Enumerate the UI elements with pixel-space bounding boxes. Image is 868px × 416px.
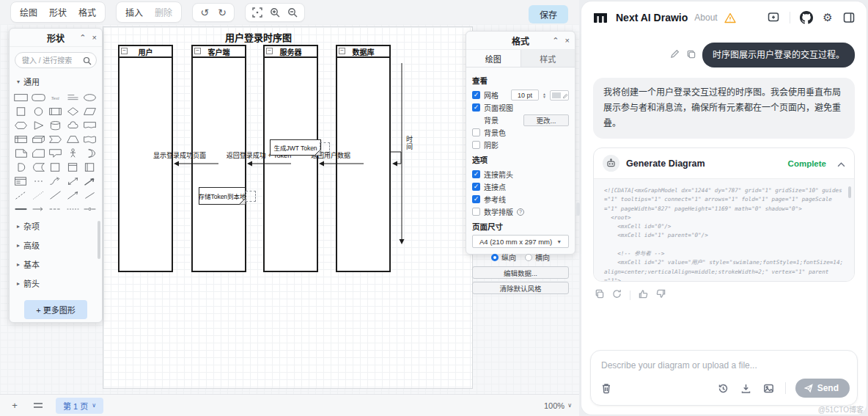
shapes-scrollbar[interactable] bbox=[98, 221, 100, 259]
shape-internal-storage[interactable] bbox=[12, 134, 29, 145]
zoom-in-icon[interactable] bbox=[267, 6, 283, 19]
history-icon[interactable] bbox=[717, 382, 730, 395]
shape-connector[interactable] bbox=[81, 203, 98, 215]
shape-heading[interactable] bbox=[65, 92, 81, 103]
clear-chat-trash-icon[interactable] bbox=[600, 382, 613, 395]
shape-parallelogram[interactable] bbox=[81, 106, 98, 117]
shape-bidirectional-arrow[interactable] bbox=[65, 175, 81, 187]
more-shapes-button[interactable]: + 更多图形 bbox=[24, 300, 87, 319]
tool-code-block[interactable]: <![CDATA[<mxGraphModel dx="1244" dy="787… bbox=[594, 178, 854, 281]
connection-points-checkbox[interactable]: ✓ bbox=[472, 183, 480, 191]
shape-note[interactable] bbox=[12, 147, 29, 159]
shape-trapezoid[interactable] bbox=[65, 134, 81, 145]
shape-arrow[interactable] bbox=[81, 175, 98, 187]
portrait-radio[interactable] bbox=[491, 254, 499, 261]
clear-default-style-button[interactable]: 清除默认风格 bbox=[472, 282, 569, 294]
tab-diagram[interactable]: 绘图 bbox=[466, 50, 521, 67]
shape-ellipse[interactable] bbox=[81, 92, 98, 103]
edit-message-icon[interactable] bbox=[670, 48, 680, 62]
shape-cylinder[interactable] bbox=[47, 120, 64, 131]
paper-size-select[interactable]: A4 (210 mm x 297 mm) ▼ bbox=[472, 235, 569, 248]
shape-hexagon[interactable] bbox=[12, 120, 29, 131]
pages-list-icon[interactable] bbox=[29, 398, 47, 413]
delete-button[interactable]: 删除 bbox=[150, 4, 177, 20]
menu-diagram[interactable]: 绘图 bbox=[15, 4, 43, 20]
shape-rounded-rectangle[interactable] bbox=[30, 92, 47, 103]
shape-circle[interactable] bbox=[30, 106, 47, 117]
chat-input[interactable] bbox=[591, 351, 857, 373]
copy-response-icon[interactable] bbox=[595, 288, 604, 302]
category-arrows[interactable]: ▸箭头 bbox=[10, 274, 102, 293]
category-misc[interactable]: ▸杂项 bbox=[10, 216, 102, 236]
shape-callout[interactable] bbox=[47, 147, 64, 159]
shape-list[interactable] bbox=[12, 175, 29, 187]
shape-or[interactable] bbox=[81, 147, 98, 159]
guides-checkbox[interactable]: ✓ bbox=[472, 195, 480, 203]
github-icon[interactable] bbox=[799, 10, 814, 25]
category-general[interactable]: ▾通用 bbox=[10, 72, 102, 91]
shape-text[interactable]: Text bbox=[47, 92, 64, 103]
code-scrollbar[interactable] bbox=[848, 186, 851, 198]
grid-size-stepper[interactable]: ▲▼ bbox=[542, 92, 546, 98]
collapse-sidebar-icon[interactable] bbox=[842, 10, 856, 25]
shape-step[interactable] bbox=[47, 134, 64, 145]
save-button[interactable]: 保存 bbox=[529, 5, 568, 23]
shape-cube[interactable] bbox=[30, 134, 47, 145]
shape-square[interactable] bbox=[12, 106, 29, 117]
grid-checkbox[interactable]: ✓ bbox=[472, 91, 480, 99]
tab-style[interactable]: 样式 bbox=[521, 50, 575, 67]
change-background-button[interactable]: 更改... bbox=[523, 114, 569, 126]
fit-page-icon[interactable] bbox=[249, 6, 265, 19]
tool-card-header[interactable]: Generate Diagram Complete bbox=[594, 148, 854, 178]
warning-icon[interactable] bbox=[724, 12, 736, 23]
grid-color-button[interactable] bbox=[550, 90, 569, 101]
close-panel-icon[interactable]: × bbox=[92, 34, 97, 42]
zoom-out-icon[interactable] bbox=[284, 6, 301, 19]
shape-card[interactable] bbox=[30, 147, 47, 159]
drawing-page[interactable]: 用户登录时序图 − 用户 − 客户端 − bbox=[103, 26, 473, 389]
edit-data-button[interactable]: 编辑数据... bbox=[472, 266, 569, 279]
collapse-panel-icon[interactable]: ⌃ bbox=[552, 37, 559, 45]
collapse-panel-icon[interactable]: ⌃ bbox=[79, 34, 86, 42]
shape-tape[interactable] bbox=[81, 134, 98, 145]
help-icon[interactable]: ? bbox=[517, 208, 524, 216]
category-basic[interactable]: ▸基本 bbox=[10, 255, 102, 274]
settings-gear-icon[interactable]: ⚙ bbox=[820, 10, 835, 25]
undo-icon[interactable]: ↺ bbox=[196, 6, 213, 19]
shadow-checkbox[interactable] bbox=[472, 141, 480, 149]
add-page-icon[interactable]: + bbox=[6, 398, 23, 413]
chevron-up-icon[interactable] bbox=[837, 157, 845, 170]
shape-dash[interactable] bbox=[65, 203, 81, 215]
shape-bold-line[interactable] bbox=[12, 203, 29, 215]
note-generate-jwt[interactable]: 生成JWT Token bbox=[270, 139, 321, 156]
shape-curve[interactable] bbox=[47, 175, 64, 187]
category-advanced[interactable]: ▸高级 bbox=[10, 236, 102, 255]
regenerate-icon[interactable] bbox=[612, 288, 622, 302]
note-store-token[interactable]: 存储Token到本地 bbox=[199, 187, 246, 205]
redo-icon[interactable]: ↻ bbox=[214, 6, 230, 19]
shape-container-title[interactable] bbox=[65, 161, 81, 173]
feedback-icon[interactable] bbox=[766, 10, 781, 25]
shape-line-arrow[interactable] bbox=[30, 203, 47, 215]
shape-diagonal-line[interactable] bbox=[47, 189, 64, 201]
grid-size-input[interactable]: 10 pt bbox=[511, 90, 539, 101]
menu-format[interactable]: 格式 bbox=[73, 4, 101, 20]
copy-message-icon[interactable] bbox=[686, 48, 696, 62]
shape-dotted-line[interactable] bbox=[30, 189, 47, 201]
page-view-checkbox[interactable]: ✓ bbox=[472, 103, 480, 112]
shape-cloud[interactable] bbox=[65, 120, 81, 131]
shape-diagonal-arrow[interactable] bbox=[65, 189, 81, 201]
close-panel-icon[interactable]: × bbox=[565, 37, 570, 45]
shape-and[interactable] bbox=[12, 161, 29, 173]
insert-button[interactable]: 插入 bbox=[120, 4, 148, 20]
dashed-placeholder[interactable] bbox=[246, 191, 256, 202]
shape-diamond[interactable] bbox=[65, 106, 81, 117]
panel-resize-handle[interactable] bbox=[576, 202, 580, 216]
thumbs-up-icon[interactable] bbox=[639, 288, 648, 302]
image-upload-icon[interactable] bbox=[762, 382, 776, 395]
shape-vertical-container[interactable] bbox=[81, 161, 98, 173]
landscape-radio[interactable] bbox=[525, 254, 532, 261]
download-icon[interactable] bbox=[740, 382, 753, 395]
about-link[interactable]: About bbox=[694, 12, 717, 23]
send-button[interactable]: Send bbox=[795, 379, 850, 398]
